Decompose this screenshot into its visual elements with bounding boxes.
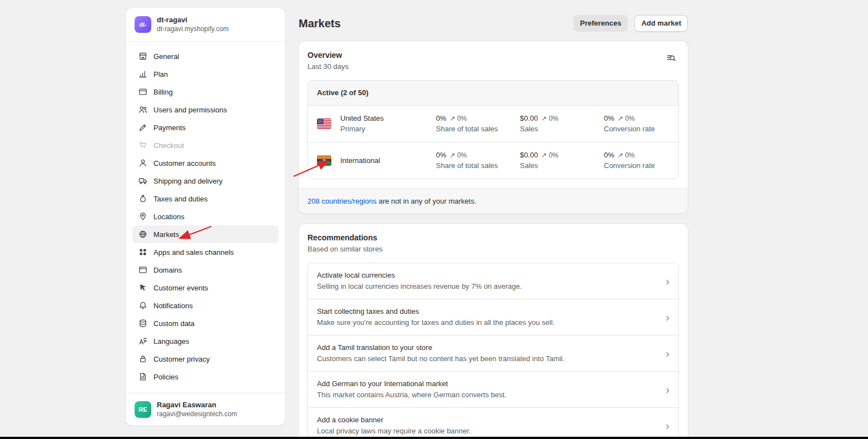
international-flag-icon: IN: [317, 155, 331, 166]
sidebar-item-customer-accounts[interactable]: Customer accounts: [132, 154, 279, 172]
sidebar-item-label: Policies: [153, 373, 178, 381]
sidebar-item-users-and-permissions[interactable]: Users and permissions: [132, 101, 279, 119]
chevron-right-icon: ›: [666, 385, 669, 394]
recommendation-description: Customers can select Tamil but no conten…: [317, 354, 666, 363]
stat-label: Share of total sales: [436, 125, 511, 134]
sidebar-item-label: General: [153, 52, 179, 61]
overview-subtitle: Last 30 days: [307, 62, 349, 71]
recommendation-title: Add a Tamil translation to your store: [317, 343, 666, 352]
stat-conversion-rate: 0%↗ 0% Conversion rate: [604, 151, 679, 170]
stat-label: Conversion rate: [604, 161, 679, 170]
stat-sales: $0.00↗ 0% Sales: [520, 151, 595, 170]
recommendation-start-collecting-taxes[interactable]: Start collecting taxes and duties Make s…: [308, 299, 678, 335]
bar-chart-icon: [138, 70, 148, 78]
sidebar-item-label: Notifications: [153, 302, 193, 310]
market-row-united-states[interactable]: United States Primary 0%↗ 0% Share of to…: [308, 106, 678, 142]
sidebar-item-domains[interactable]: Domains: [132, 261, 279, 279]
market-name: United States: [340, 114, 427, 123]
stat-value: 0%: [604, 151, 614, 160]
stat-value: 0%: [436, 151, 447, 160]
user-avatar: RE: [135, 401, 151, 418]
browser-window-icon: [138, 265, 148, 274]
sidebar-item-label: Payments: [153, 124, 186, 132]
sidebar-item-general[interactable]: General: [132, 47, 279, 65]
chevron-right-icon: ›: [666, 421, 669, 430]
recommendation-add-tamil-translation[interactable]: Add a Tamil translation to your store Cu…: [308, 335, 678, 371]
recommendations-card-body: Recommendations Based on similar stores …: [299, 224, 688, 439]
sidebar-item-label: Apps and sales channels: [153, 248, 234, 257]
person-icon: [138, 159, 148, 167]
recommendations-title: Recommendations: [307, 233, 679, 243]
sidebar-item-customer-events[interactable]: Customer events: [132, 279, 279, 297]
sidebar-item-taxes-and-duties[interactable]: Taxes and duties: [132, 190, 279, 208]
sidebar-item-locations[interactable]: Locations: [132, 208, 279, 225]
search-list-icon[interactable]: [663, 50, 679, 66]
preferences-button[interactable]: Preferences: [573, 15, 628, 32]
sidebar-item-plan[interactable]: Plan: [132, 65, 279, 83]
overview-title: Overview: [307, 50, 349, 60]
market-subtitle: Primary: [340, 125, 427, 134]
sidebar-item-label: Languages: [153, 337, 189, 346]
sidebar-item-label: Taxes and duties: [153, 195, 208, 203]
overview-footer: 208 countries/regions are not in any of …: [299, 188, 688, 214]
recommendations-subtitle: Based on similar stores: [307, 245, 679, 254]
chevron-right-icon: ›: [666, 349, 669, 358]
countries-regions-link[interactable]: 208 countries/regions: [307, 197, 376, 205]
sidebar-item-label: Shipping and delivery: [153, 177, 222, 185]
us-flag-icon: [317, 119, 331, 129]
overview-card-body: Overview Last 30 days Active (2 of 50): [299, 41, 688, 188]
add-market-button[interactable]: Add market: [634, 15, 688, 32]
store-header: dt- dt-ragavi dt-ragavi.myshopify.com: [126, 8, 285, 42]
stat-delta: ↗ 0%: [542, 115, 559, 122]
recommendation-activate-local-currencies[interactable]: Activate local currencies Selling in loc…: [308, 263, 678, 299]
settings-nav: General Plan Billing Users and permissio…: [126, 42, 285, 393]
stat-share-of-total-sales: 0%↗ 0% Share of total sales: [436, 114, 511, 134]
sidebar-item-payments[interactable]: Payments: [132, 119, 279, 136]
recommendation-title: Add a cookie banner: [317, 416, 666, 425]
lock-icon: [138, 354, 148, 363]
main-content: Markets Preferences Add market Overview …: [299, 13, 688, 439]
sidebar-item-label: Markets: [153, 230, 179, 239]
sidebar-item-policies[interactable]: Policies: [132, 368, 279, 386]
stat-delta: ↗ 0%: [542, 151, 559, 159]
recommendation-description: Make sure you're accounting for taxes an…: [317, 318, 666, 327]
sidebar-item-languages[interactable]: Languages: [132, 332, 279, 350]
sidebar-item-checkout[interactable]: Checkout: [132, 136, 279, 154]
store-domain: dt-ragavi.myshopify.com: [157, 25, 229, 33]
globe-icon: [138, 230, 148, 239]
store-name: dt-ragavi: [157, 16, 229, 24]
sidebar-item-label: Customer events: [153, 284, 208, 292]
pen-icon: [138, 123, 148, 132]
stat-label: Share of total sales: [436, 161, 511, 170]
sidebar-item-billing[interactable]: Billing: [132, 83, 279, 101]
sidebar-item-notifications[interactable]: Notifications: [132, 297, 279, 314]
sidebar-item-shipping-and-delivery[interactable]: Shipping and delivery: [132, 172, 279, 190]
sidebar-item-apps-and-sales-channels[interactable]: Apps and sales channels: [132, 243, 279, 261]
recommendation-add-german[interactable]: Add German to your International market …: [308, 371, 678, 407]
sidebar-item-custom-data[interactable]: Custom data: [132, 314, 279, 332]
stat-delta: ↗ 0%: [618, 151, 635, 159]
sidebar-item-markets[interactable]: Markets: [132, 225, 279, 243]
stat-share-of-total-sales: 0%↗ 0% Share of total sales: [436, 151, 511, 170]
active-markets-box: Active (2 of 50) United States Primary: [307, 80, 679, 179]
chevron-right-icon: ›: [666, 313, 669, 322]
bell-icon: [138, 301, 148, 310]
user-email: ragavi@wedesigntech.com: [157, 410, 237, 418]
sidebar-item-label: Locations: [153, 213, 185, 221]
market-row-international[interactable]: IN International 0%↗ 0% Share of total s…: [308, 142, 678, 179]
sidebar-item-label: Users and permissions: [153, 106, 227, 114]
sidebar-item-customer-privacy[interactable]: Customer privacy: [132, 350, 279, 368]
stat-label: Conversion rate: [604, 125, 679, 134]
stat-delta: ↗ 0%: [618, 115, 635, 122]
users-icon: [138, 105, 148, 114]
stat-delta: ↗ 0%: [450, 115, 467, 122]
chevron-right-icon: ›: [666, 277, 669, 285]
sidebar-item-label: Customer privacy: [153, 355, 210, 363]
svg-text:IN: IN: [323, 159, 326, 162]
recommendations-list: Activate local currencies Selling in loc…: [307, 263, 679, 439]
store-icon: [138, 52, 148, 61]
cursor-icon: [138, 283, 148, 292]
sidebar-item-label: Custom data: [153, 319, 195, 328]
recommendation-add-cookie-banner[interactable]: Add a cookie banner Local privacy laws m…: [308, 407, 678, 439]
recommendation-description: Selling in local currencies increases re…: [317, 282, 666, 291]
